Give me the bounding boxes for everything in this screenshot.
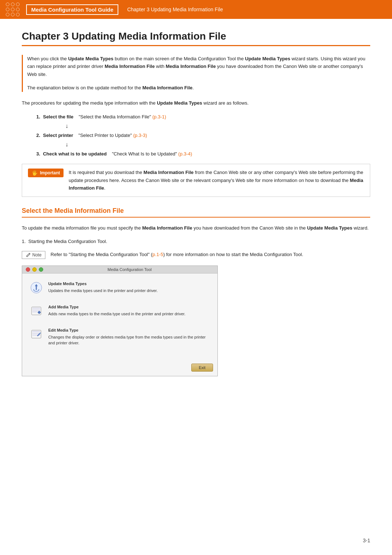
step-2-label: Select printer: [43, 133, 73, 138]
add-media-title: Add Media Type: [48, 304, 185, 310]
update-media-text: Update Media Types Updates the media typ…: [48, 281, 158, 293]
step-1-label: Select the file: [43, 114, 73, 119]
dot: [11, 3, 15, 6]
edit-media-text: Edit Media Type Changes the display orde…: [48, 327, 210, 346]
svg-rect-8: [32, 331, 40, 332]
note-pencil-icon: [26, 252, 31, 258]
step-3: 3. Check what is to be updated "Check Wh…: [36, 151, 370, 157]
screenshot-footer: Exit: [22, 361, 217, 376]
svg-rect-3: [32, 309, 40, 311]
step-1: 1. Select the file "Select the Media Inf…: [36, 114, 370, 119]
guide-title: Media Configuration Tool Guide: [26, 4, 118, 15]
dot: [16, 13, 20, 16]
arrow-2: ↓: [65, 142, 370, 147]
screenshot-title: Media Configuration Tool: [45, 267, 214, 272]
dot: [16, 3, 20, 6]
step-2: 2. Select printer "Select Printer to Upd…: [36, 133, 370, 138]
important-badge-label: Important: [40, 170, 60, 175]
dot: [6, 8, 9, 11]
update-media-title: Update Media Types: [48, 281, 158, 287]
header-dots: [6, 3, 20, 16]
header-breadcrumb: Chapter 3 Updating Media Information Fil…: [127, 7, 223, 12]
screenshot-item-update: Update Media Types Updates the media typ…: [29, 281, 210, 295]
edit-media-desc: Changes the display order or deletes med…: [48, 335, 206, 345]
main-content: Chapter 3 Updating Media Information Fil…: [0, 19, 392, 400]
add-media-text: Add Media Type Adds new media types to t…: [48, 304, 185, 317]
section-heading: Select the Media Information File: [22, 207, 370, 218]
note-text: Refer to "Starting the Media Configurati…: [50, 251, 303, 259]
dot: [6, 3, 9, 6]
add-media-desc: Adds new media types to the media type u…: [48, 312, 185, 316]
note-box: Note Refer to "Starting the Media Config…: [22, 251, 370, 259]
note-badge: Note: [22, 251, 45, 259]
arrow-1: ↓: [65, 123, 370, 129]
step-3-link[interactable]: (p.3-4): [178, 151, 192, 157]
intro-para2: The explanation below is on the update m…: [27, 84, 370, 92]
titlebar-btn-minimize[interactable]: [32, 267, 37, 272]
step-3-label: Check what is to be updated: [43, 151, 107, 157]
screenshot-item-add: Add Media Type Adds new media types to t…: [29, 304, 210, 318]
edit-media-title: Edit Media Type: [48, 327, 210, 333]
titlebar-btn-close[interactable]: [26, 267, 30, 272]
important-icon: 🖐: [32, 170, 38, 176]
note-label: Note: [32, 252, 41, 258]
add-media-icon: [29, 304, 43, 318]
svg-rect-4: [32, 311, 37, 312]
intro-block: When you click the Update Media Types bu…: [22, 55, 370, 92]
screenshot-body: Update Media Types Updates the media typ…: [22, 274, 217, 361]
dot: [16, 8, 20, 11]
edit-media-icon: [29, 327, 43, 341]
step-2-link[interactable]: (p.3-3): [133, 133, 147, 138]
step-2-desc: "Select Printer to Update": [78, 133, 133, 138]
dot: [11, 8, 15, 11]
step-1-desc: "Select the Media Information File": [79, 114, 152, 119]
screenshot-titlebar: Media Configuration Tool: [22, 266, 217, 274]
important-box: 🖐 Important It is required that you down…: [22, 164, 370, 197]
step-2-arrow: ↓: [36, 142, 370, 147]
step-3-desc: "Check What Is to be Updated": [112, 151, 178, 157]
svg-rect-6: [38, 312, 41, 313]
important-text: It is required that you download the Med…: [69, 169, 364, 192]
update-media-desc: Updates the media types used in the prin…: [48, 288, 158, 293]
update-media-icon: [29, 281, 43, 295]
svg-rect-2: [32, 308, 40, 309]
header: Media Configuration Tool Guide Chapter 3…: [0, 0, 392, 19]
dot: [11, 13, 15, 16]
dot: [6, 13, 9, 16]
exit-button[interactable]: Exit: [191, 364, 213, 372]
section-step1: 1. Starting the Media Configuration Tool…: [22, 238, 370, 245]
step-1-link[interactable]: (p.3-1): [152, 114, 166, 119]
note-link[interactable]: p.1-5: [152, 252, 163, 257]
procedure-list: 1. Select the file "Select the Media Inf…: [36, 114, 370, 157]
screenshot-item-edit: Edit Media Type Changes the display orde…: [29, 327, 210, 346]
intro-para1: When you click the Update Media Types bu…: [27, 55, 370, 78]
page-number: 3-1: [363, 538, 370, 543]
titlebar-btn-maximize[interactable]: [39, 267, 43, 272]
section-intro-para1: To update the media information file you…: [22, 224, 370, 232]
intro-para3: The procedures for updating the media ty…: [22, 99, 370, 107]
chapter-title: Chapter 3 Updating Media Information Fil…: [22, 31, 370, 46]
step-1-arrow: ↓: [36, 123, 370, 129]
screenshot-container: Media Configuration Tool Update Media Ty…: [22, 266, 218, 376]
important-badge: 🖐 Important: [28, 169, 64, 177]
